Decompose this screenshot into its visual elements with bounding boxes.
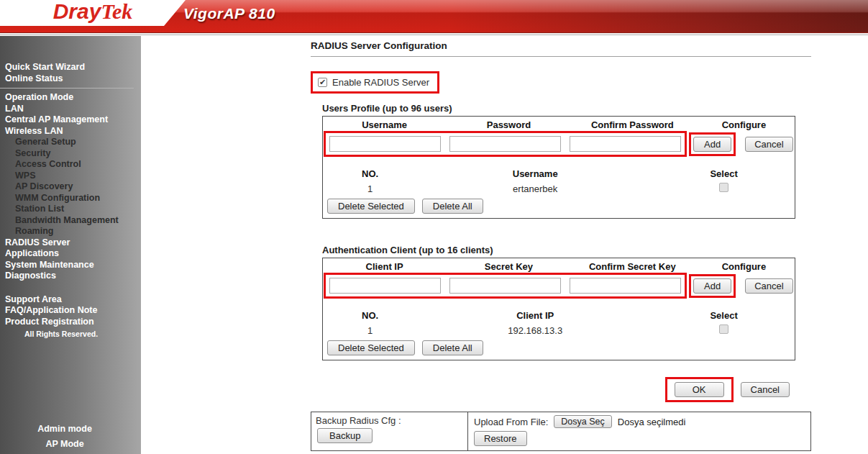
auth-client-input-row: Add Cancel <box>323 272 795 300</box>
backup-label: Backup Radius Cfg : <box>316 415 463 426</box>
auth-add-annotation-box: Add <box>689 274 736 298</box>
rights-reserved-text: All Rights Reserved. <box>0 330 122 338</box>
backup-restore-table: Backup Radius Cfg : Backup Upload From F… <box>311 412 811 451</box>
admin-mode-label[interactable]: Admin mode <box>0 424 129 435</box>
users-list-header-row: NO. Username Select <box>323 168 795 181</box>
list-header-select: Select <box>653 309 795 322</box>
sidebar-nav: Quick Start Wizard Online Status Operati… <box>0 36 141 454</box>
sidebar-item-operation-mode[interactable]: Operation Mode <box>0 92 141 104</box>
auth-add-button[interactable]: Add <box>693 278 731 294</box>
ok-button[interactable]: OK <box>675 382 724 397</box>
enable-radius-checkbox[interactable]: ✔ <box>318 78 327 87</box>
auth-client-table: Client IP Secret Key Confirm Secret Key … <box>322 258 795 360</box>
sidebar-gap <box>0 282 141 294</box>
page-title: RADIUS Server Configuration <box>311 40 811 51</box>
client-ip-input[interactable] <box>329 278 441 294</box>
sidebar-item-radius-server[interactable]: RADIUS Server <box>0 237 141 249</box>
user-select-checkbox[interactable] <box>719 183 728 192</box>
auth-delete-all-button[interactable]: Delete All <box>422 340 483 355</box>
product-title: VigorAP 810 <box>183 5 275 22</box>
sidebar-item-station-list[interactable]: Station List <box>0 204 141 215</box>
list-header-no: NO. <box>323 309 417 322</box>
upload-from-file-label: Upload From File: <box>474 417 548 427</box>
col-header-confirm-secret-key: Confirm Secret Key <box>572 261 693 272</box>
header-bar: DrayTek VigorAP 810 <box>0 0 868 33</box>
sidebar-item-wireless-lan[interactable]: Wireless LAN <box>0 126 141 137</box>
col-header-configure: Configure <box>693 261 795 272</box>
sidebar-item-diagnostics[interactable]: Diagnostics <box>0 271 141 282</box>
sidebar-item-wps[interactable]: WPS <box>0 171 141 182</box>
col-header-client-ip: Client IP <box>323 261 446 272</box>
ap-mode-label[interactable]: AP Mode <box>0 439 129 450</box>
logo-plate: DrayTek <box>0 0 186 26</box>
users-profile-input-row: Add Cancel <box>323 130 795 158</box>
auth-list-header-row: NO. Client IP Select <box>323 309 795 322</box>
ok-annotation-box: OK <box>665 377 734 402</box>
sidebar-item-support-area[interactable]: Support Area <box>0 294 141 306</box>
col-header-secret-key: Secret Key <box>446 261 571 272</box>
client-row-ip: 192.168.13.3 <box>417 324 653 338</box>
users-profile-title: Users Profile (up to 96 users) <box>322 103 811 114</box>
sidebar-item-roaming[interactable]: Roaming <box>0 226 141 237</box>
sidebar-item-bandwidth-management[interactable]: Bandwidth Management <box>0 215 141 227</box>
confirm-secret-key-input[interactable] <box>570 278 681 294</box>
form-cancel-button[interactable]: Cancel <box>741 382 790 397</box>
form-actions-row: OK Cancel <box>311 377 790 402</box>
backup-cell: Backup Radius Cfg : Backup <box>311 412 468 450</box>
password-input[interactable] <box>449 136 561 152</box>
users-cancel-button[interactable]: Cancel <box>745 137 792 152</box>
backup-button[interactable]: Backup <box>317 428 373 443</box>
sidebar-item-product-registration[interactable]: Product Registration <box>0 317 141 328</box>
sidebar-item-online-status[interactable]: Online Status <box>0 73 141 85</box>
auth-cancel-button[interactable]: Cancel <box>745 278 792 294</box>
users-delete-selected-button[interactable]: Delete Selected <box>327 199 415 214</box>
col-header-confirm-password: Confirm Password <box>572 119 693 130</box>
sidebar-item-quick-start-wizard[interactable]: Quick Start Wizard <box>0 62 141 73</box>
no-file-selected-text: Dosya seçilmedi <box>618 417 686 427</box>
sidebar-item-lan[interactable]: LAN <box>0 104 141 115</box>
user-row-no: 1 <box>323 182 417 196</box>
enable-radius-annotation-box: ✔ Enable RADIUS Server <box>311 71 439 94</box>
client-row-no: 1 <box>323 324 417 338</box>
auth-client-header-row: Client IP Secret Key Confirm Secret Key … <box>323 258 795 272</box>
sidebar-spacer <box>0 338 141 424</box>
sidebar-divider <box>0 88 134 88</box>
users-profile-table: Username Password Confirm Password Confi… <box>322 116 795 219</box>
sidebar-item-central-ap-management[interactable]: Central AP Management <box>0 114 141 126</box>
title-divider <box>311 56 811 57</box>
sidebar-item-ap-discovery[interactable]: AP Discovery <box>0 181 141 193</box>
auth-table-row: 1 192.168.13.3 <box>323 324 795 338</box>
sidebar-item-faq-application-note[interactable]: FAQ/Application Note <box>0 305 141 317</box>
logo-text-dray: Dray <box>53 0 101 23</box>
confirm-password-input[interactable] <box>570 136 681 152</box>
users-add-annotation-box: Add <box>689 132 736 156</box>
user-row-username: ertanerbek <box>417 182 653 196</box>
list-header-client-ip: Client IP <box>417 309 653 322</box>
list-header-no: NO. <box>323 168 417 181</box>
sidebar-item-general-setup[interactable]: General Setup <box>0 137 141 148</box>
main-content: RADIUS Server Configuration ✔ Enable RAD… <box>311 40 811 451</box>
sidebar-item-access-control[interactable]: Access Control <box>0 159 141 171</box>
col-header-password: Password <box>446 119 571 130</box>
logo-text-tek: Tek <box>101 0 132 23</box>
choose-file-button[interactable]: Dosya Seç <box>554 415 611 428</box>
username-input[interactable] <box>329 136 441 152</box>
checkmark-icon: ✔ <box>319 78 326 86</box>
sidebar-item-system-maintenance[interactable]: System Maintenance <box>0 260 141 271</box>
sidebar-item-wmm-configuration[interactable]: WMM Configuration <box>0 193 141 204</box>
auth-client-title: Authentication Client (up to 16 clients) <box>322 245 811 255</box>
client-select-checkbox[interactable] <box>719 324 728 334</box>
list-header-username: Username <box>417 168 653 181</box>
sidebar-item-security[interactable]: Security <box>0 148 141 160</box>
col-header-username: Username <box>323 119 446 130</box>
secret-key-input[interactable] <box>449 278 561 294</box>
col-header-configure: Configure <box>693 119 795 130</box>
list-header-select: Select <box>653 168 795 181</box>
users-delete-row: Delete Selected Delete All <box>323 196 795 218</box>
users-delete-all-button[interactable]: Delete All <box>422 199 483 214</box>
restore-button[interactable]: Restore <box>474 431 527 446</box>
auth-delete-selected-button[interactable]: Delete Selected <box>327 340 415 355</box>
draytek-logo: DrayTek <box>53 1 133 25</box>
sidebar-item-applications[interactable]: Applications <box>0 248 141 260</box>
users-add-button[interactable]: Add <box>693 137 731 152</box>
